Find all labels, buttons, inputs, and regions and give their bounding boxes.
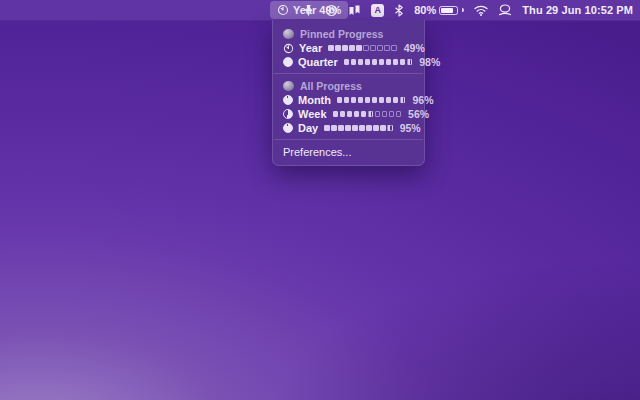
progress-segment [351,97,357,103]
progress-segment [363,45,369,51]
section-header: Pinned Progress [273,26,424,41]
user-icon[interactable] [498,4,512,16]
progress-bar [344,59,413,65]
progress-segment [335,45,341,51]
dropdown-sections: Pinned ProgressYear49%Quarter98%All Prog… [273,26,424,135]
progress-segment [347,111,353,117]
pie-icon [283,57,293,67]
progress-label: Week [298,108,327,120]
menu-separator [274,139,423,140]
preferences-menu-item[interactable]: Preferences... [273,144,424,160]
battery-percent: 80% [414,4,436,16]
progress-segment [400,59,406,65]
progress-segment [370,45,376,51]
circled-target-icon[interactable] [325,4,338,17]
progress-segment [331,125,337,131]
progress-label: Day [298,122,318,134]
sphere-icon [283,29,294,39]
progress-segment [393,97,399,103]
progress-label: Quarter [298,56,338,68]
progress-segment [349,45,355,51]
progress-segment [384,45,390,51]
progress-segment [342,45,348,51]
progress-segment [359,125,365,131]
section-title: All Progress [300,80,362,92]
progress-segment [361,111,367,117]
progress-segment [377,45,383,51]
progress-segment [387,125,393,131]
progress-percent: 95% [400,122,421,134]
section-header: All Progress [273,78,424,93]
menubar-status-area: A 80% Thu [302,0,633,20]
progress-segment [344,59,350,65]
progress-segment [372,97,378,103]
progress-segment [389,111,395,117]
progress-segment [373,125,379,131]
progress-segment [380,125,386,131]
progress-segment [337,97,343,103]
wifi-icon[interactable] [474,5,488,16]
progress-segment [324,125,330,131]
preferences-label: Preferences... [283,146,351,158]
progress-segment [358,59,364,65]
progress-row[interactable]: Quarter98% [273,55,424,69]
progress-percent: 98% [419,56,440,68]
progress-segment [338,125,344,131]
menu-separator [274,73,423,74]
progress-segment [379,59,385,65]
progress-segment [375,111,381,117]
progress-segment [358,97,364,103]
flags-icon[interactable] [348,4,361,17]
progress-segment [351,59,357,65]
pie-icon [283,123,293,133]
progress-segment [372,59,378,65]
progress-segment [345,125,351,131]
battery-icon [439,6,458,15]
progress-segment [340,111,346,117]
progress-segment [328,45,334,51]
progress-row[interactable]: Day95% [273,121,424,135]
progress-segment [396,111,402,117]
progress-bar [324,125,393,131]
progress-segment [407,59,413,65]
progress-row[interactable]: Week56% [273,107,424,121]
progress-percent: 49% [404,42,425,54]
progress-percent: 96% [412,94,433,106]
sphere-icon [283,81,294,91]
progress-row[interactable]: Month96% [273,93,424,107]
progress-bar [333,111,402,117]
progress-segment [386,97,392,103]
progress-segment [400,97,406,103]
menu-bar: Year 49% A 80% [0,0,640,21]
pie-icon [283,95,293,105]
progress-bar [337,97,406,103]
progress-segment [379,97,385,103]
progress-bar [328,45,397,51]
progress-segment [356,45,362,51]
clock-icon [283,43,294,54]
clock-icon [277,4,289,16]
progress-segment [386,59,392,65]
battery-indicator[interactable]: 80% [414,4,464,16]
progress-segment [354,111,360,117]
progress-segment [368,111,374,117]
progress-segment [366,125,372,131]
progress-segment [352,125,358,131]
pie-icon [283,109,293,119]
pin-icon[interactable] [302,4,315,17]
progress-percent: 56% [408,108,429,120]
progress-label: Month [298,94,331,106]
progress-dropdown-menu: Pinned ProgressYear49%Quarter98%All Prog… [272,20,425,166]
progress-row[interactable]: Year49% [273,41,424,55]
input-source-icon[interactable]: A [371,4,384,17]
progress-segment [365,97,371,103]
bluetooth-icon[interactable] [394,4,404,17]
battery-tip [462,8,464,12]
section-title: Pinned Progress [300,28,383,40]
menubar-clock[interactable]: Thu 29 Jun 10:52 PM [522,4,633,16]
progress-segment [382,111,388,117]
progress-segment [333,111,339,117]
progress-segment [365,59,371,65]
progress-label: Year [299,42,322,54]
progress-segment [391,45,397,51]
